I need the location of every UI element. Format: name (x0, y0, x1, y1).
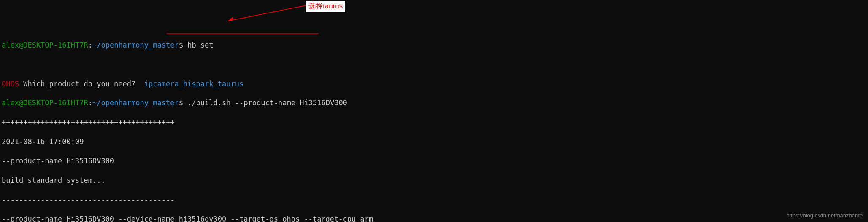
user-host: alex@DESKTOP-16IHT7R (2, 41, 88, 49)
watermark-text: https://blog.csdn.net/nanzhanfei (786, 212, 864, 219)
selected-product: ipcamera_hispark_taurus (144, 80, 243, 88)
annotation-arrow-icon (224, 3, 308, 24)
underline-icon (167, 33, 319, 35)
output-line: build standard system... (2, 176, 866, 185)
ohos-label: OHOS (2, 80, 19, 88)
command-build: ./build.sh --product-name Hi3516DV300 (187, 99, 347, 107)
prompt-line-2: alex@DESKTOP-16IHT7R:~/openharmony_maste… (2, 98, 866, 108)
prompt-line-1: alex@DESKTOP-16IHT7R:~/openharmony_maste… (2, 40, 866, 50)
annotation-label: 选择taurus (306, 1, 345, 12)
output-line: ++++++++++++++++++++++++++++++++++++++++ (2, 118, 866, 127)
output-separator: ---------------------------------------- (2, 195, 866, 205)
output-line: --product-name Hi3516DV300 --device-name… (2, 214, 866, 222)
blank-line (2, 60, 866, 70)
ohos-question-line: OHOS Which product do you need? ipcamera… (2, 79, 866, 89)
output-timestamp: 2021-08-16 17:00:09 (2, 137, 866, 147)
command-hb-set: hb set (187, 41, 213, 49)
svg-line-0 (228, 5, 306, 21)
svg-marker-1 (228, 17, 233, 21)
output-line: --product-name Hi3516DV300 (2, 156, 866, 166)
user-host: alex@DESKTOP-16IHT7R (2, 99, 88, 107)
